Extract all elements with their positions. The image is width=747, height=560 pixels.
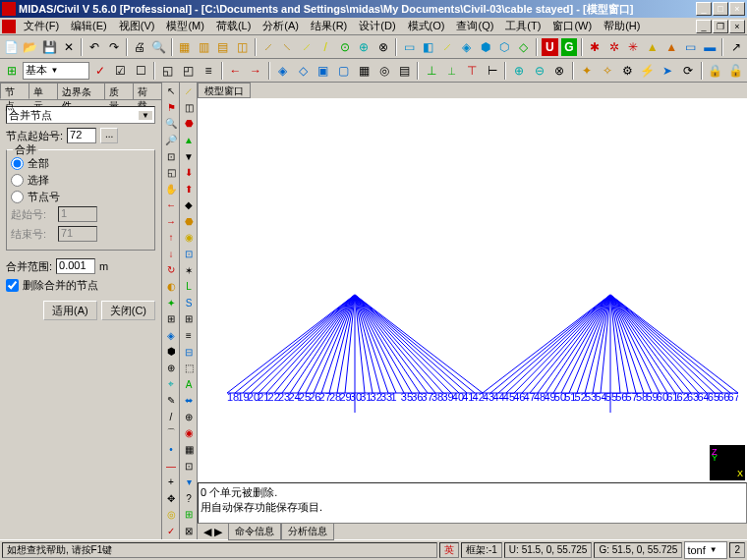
v2b-icon[interactable]: ◫ [181, 100, 197, 116]
menu-file[interactable]: 文件(F) [18, 18, 65, 34]
v2m-icon[interactable]: L [181, 279, 197, 295]
snap7-icon[interactable]: ⊗ [374, 37, 391, 57]
v2p-icon[interactable]: ≡ [181, 328, 197, 344]
opt4-icon[interactable]: ⚡ [638, 61, 658, 81]
opt5-icon[interactable]: ➤ [659, 61, 678, 81]
snap5-icon[interactable]: ⊙ [336, 37, 354, 57]
open-icon[interactable]: 📂 [21, 37, 38, 57]
vtarget-icon[interactable]: ◎ [163, 507, 179, 523]
chk2-icon[interactable]: ☑ [111, 61, 131, 81]
vtool2-icon[interactable]: ✦ [163, 295, 179, 310]
vup-icon[interactable]: ↑ [163, 230, 179, 246]
v2l-icon[interactable]: ✶ [181, 262, 197, 278]
v2w-icon[interactable]: ▦ [181, 442, 197, 458]
v2x-icon[interactable]: ⊡ [181, 458, 197, 474]
close-button[interactable]: × [729, 2, 745, 16]
radio-select[interactable] [11, 174, 24, 187]
v2aa-icon[interactable]: ⊞ [181, 507, 197, 523]
preview-icon[interactable]: 🔍 [149, 37, 167, 57]
vtool5-icon[interactable]: ⬢ [163, 344, 179, 360]
bug1-icon[interactable]: ✱ [586, 37, 603, 57]
vcheck-icon[interactable]: ✓ [163, 524, 179, 539]
view3-icon[interactable]: ⟋ [438, 37, 456, 57]
operation-combo[interactable]: 合并节点▼ [6, 106, 155, 124]
chk1-icon[interactable]: ✓ [90, 61, 110, 81]
menu-load[interactable]: 荷载(L) [210, 18, 257, 34]
tolerance-input[interactable]: 0.001 [56, 258, 95, 274]
v2j-icon[interactable]: ◉ [181, 230, 197, 246]
v2ab-icon[interactable]: ⊠ [181, 524, 197, 539]
mode-combo[interactable]: 基本▼ [23, 62, 90, 80]
lock-icon[interactable]: 🔒 [706, 61, 725, 81]
u-red-icon[interactable]: U [541, 37, 558, 57]
v2y-icon[interactable]: ▾ [181, 475, 197, 490]
menu-model[interactable]: 模型(M) [160, 18, 210, 34]
v2d-icon[interactable]: ▲ [181, 133, 197, 148]
monitor2-icon[interactable]: ▬ [701, 37, 718, 57]
minimize-button[interactable]: _ [696, 2, 712, 16]
vzoom-win-icon[interactable]: ◱ [163, 165, 179, 181]
child-close-button[interactable]: × [729, 20, 745, 33]
model-canvas[interactable]: 70 71 1819202122232425262728293031323313… [198, 98, 747, 482]
monitor-icon[interactable]: ▭ [681, 37, 699, 57]
sup4-icon[interactable]: ⊢ [483, 61, 502, 81]
snap6-icon[interactable]: ⊕ [355, 37, 373, 57]
start-browse-button[interactable]: ... [100, 128, 118, 143]
sel2-icon[interactable]: ◰ [179, 61, 199, 81]
snap2-icon[interactable]: ⟍ [278, 37, 296, 57]
v2r-icon[interactable]: ⬚ [181, 361, 197, 376]
menu-result[interactable]: 结果(R) [305, 18, 353, 34]
vmove-icon[interactable]: ✥ [163, 491, 179, 507]
view5-icon[interactable]: ⬢ [477, 37, 494, 57]
v2e-icon[interactable]: ▼ [181, 148, 197, 164]
vpan-icon[interactable]: ✋ [163, 181, 179, 196]
layer7-icon[interactable]: ▤ [394, 61, 414, 81]
menu-analysis[interactable]: 分析(A) [257, 18, 305, 34]
opt3-icon[interactable]: ⚙ [617, 61, 637, 81]
child-restore-button[interactable]: ❐ [713, 20, 728, 33]
new-icon[interactable]: 📄 [2, 37, 20, 57]
v2k-icon[interactable]: ⊡ [181, 247, 197, 262]
vnode-icon[interactable]: • [163, 442, 179, 458]
print-icon[interactable]: 🖨 [131, 37, 148, 57]
layer5-icon[interactable]: ▦ [354, 61, 374, 81]
sel3-icon[interactable]: ≡ [199, 61, 218, 81]
view7-icon[interactable]: ◇ [515, 37, 533, 57]
redo-icon[interactable]: ↷ [104, 37, 122, 57]
v2u-icon[interactable]: ⊕ [181, 410, 197, 425]
tool-last-icon[interactable]: ↗ [726, 37, 744, 57]
tab-mass[interactable]: 质量 [104, 83, 134, 99]
menu-edit[interactable]: 编辑(E) [65, 18, 113, 34]
menu-window[interactable]: 窗口(W) [546, 18, 598, 34]
menu-mode[interactable]: 模式(O) [402, 18, 451, 34]
bug3-icon[interactable]: ✳ [624, 37, 642, 57]
tab-node[interactable]: 节点 [0, 83, 29, 99]
layer6-icon[interactable]: ◎ [374, 61, 394, 81]
pin-icon[interactable]: ⊕ [509, 61, 529, 81]
undo-icon[interactable]: ↶ [86, 37, 103, 57]
tree-icon[interactable]: ⊞ [2, 61, 22, 81]
v2t-icon[interactable]: ⬌ [181, 393, 197, 409]
maximize-button[interactable]: □ [713, 2, 728, 16]
snap1-icon[interactable]: ⟋ [259, 37, 277, 57]
menu-view[interactable]: 视图(V) [113, 18, 161, 34]
v2n-icon[interactable]: S [181, 296, 197, 311]
save-icon[interactable]: 💾 [40, 37, 58, 57]
grid4-icon[interactable]: ◫ [233, 37, 251, 57]
close-panel-button[interactable]: 关闭(C) [101, 301, 155, 320]
menu-design[interactable]: 设计(D) [353, 18, 401, 34]
opt2-icon[interactable]: ✧ [598, 61, 617, 81]
vcursor-icon[interactable]: ↖ [163, 84, 179, 99]
v2a-icon[interactable]: ⟋ [181, 84, 197, 99]
unlock-icon[interactable]: 🔓 [725, 61, 745, 81]
start-input[interactable]: 72 [67, 128, 96, 143]
sup1-icon[interactable]: ⊥ [422, 61, 441, 81]
opt1-icon[interactable]: ✦ [577, 61, 597, 81]
vzoom-fit-icon[interactable]: ⊡ [163, 148, 179, 164]
radio-nodenum[interactable] [11, 191, 24, 203]
ime-indicator[interactable]: 英 [439, 542, 459, 558]
layer3-icon[interactable]: ▣ [314, 61, 333, 81]
snap4-icon[interactable]: / [316, 37, 334, 57]
pin3-icon[interactable]: ⊗ [550, 61, 570, 81]
vzoom-out-icon[interactable]: 🔎 [163, 133, 179, 148]
